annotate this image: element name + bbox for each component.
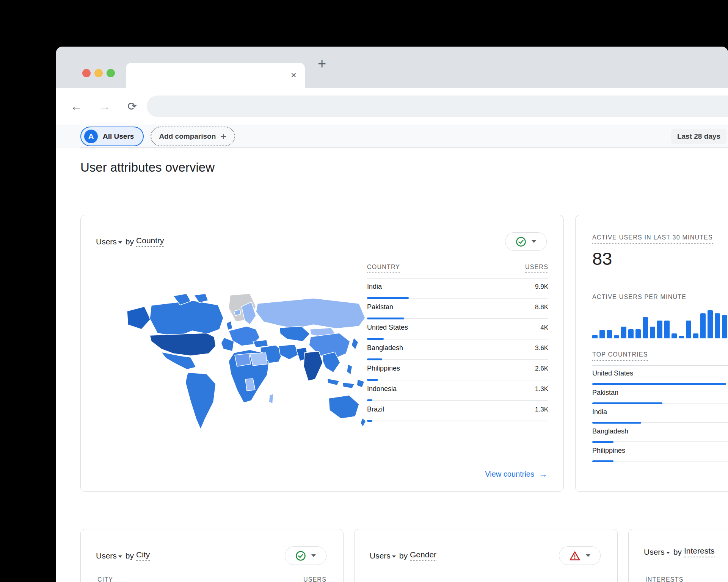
column-header-city[interactable]: CITY (97, 576, 113, 582)
row-label: India (367, 283, 382, 291)
data-quality-dropdown[interactable] (559, 546, 601, 565)
minute-bar (643, 317, 648, 338)
map-indonesia (327, 379, 339, 385)
minute-bar (628, 329, 634, 338)
chevron-down-icon[interactable] (392, 555, 396, 558)
row-label: United States (367, 324, 408, 332)
dimension-label[interactable]: Country (136, 236, 164, 247)
chevron-down-icon[interactable] (118, 555, 122, 558)
minute-bar (607, 330, 612, 338)
view-countries-link[interactable]: View countries → (485, 469, 548, 479)
row-bar (367, 379, 378, 381)
card-title-users-by-country[interactable]: Users by Country (96, 236, 164, 247)
divider (592, 365, 728, 366)
minute-bar (664, 321, 670, 338)
row-label: Pakistan (367, 303, 393, 311)
map-madagascar (269, 394, 273, 404)
card-title-users-by-city[interactable]: Users by City (96, 550, 150, 561)
list-item[interactable]: Pakistan (592, 389, 728, 404)
row-bar (367, 297, 409, 299)
list-item[interactable]: India (592, 408, 728, 424)
metric-label[interactable]: Users (644, 548, 665, 557)
minute-bar (621, 327, 626, 338)
row-bar (367, 358, 382, 360)
row-label: Philippines (592, 447, 625, 455)
minimize-window-button[interactable] (94, 69, 103, 77)
tab-close-icon[interactable]: × (291, 69, 297, 81)
dimension-label[interactable]: Gender (410, 550, 436, 561)
table-row[interactable]: Pakistan8.8K (367, 303, 548, 319)
users-by-interests-card: Users by Interests INTERESTS (628, 529, 728, 582)
metric-label[interactable]: Users (96, 237, 117, 246)
add-comparison-button[interactable]: Add comparison + (151, 127, 235, 146)
table-row[interactable]: Brazil1.3K (367, 405, 548, 422)
row-label: India (592, 408, 607, 416)
back-icon[interactable]: ← (71, 100, 82, 112)
comparison-toolbar: A All Users Add comparison + Last 28 day… (56, 125, 728, 148)
table-row[interactable]: United States4K (367, 324, 548, 340)
by-label: by (126, 551, 134, 560)
column-header-users[interactable]: USERS (303, 576, 326, 582)
table-row[interactable]: India9.9K (367, 283, 548, 299)
reload-icon[interactable]: ⟳ (127, 101, 137, 112)
metric-label[interactable]: Users (96, 551, 117, 560)
column-header-country[interactable]: COUNTRY (367, 264, 400, 273)
card-title-users-by-interests[interactable]: Users by Interests (644, 546, 715, 557)
map-sahel (235, 354, 251, 366)
top-countries-label[interactable]: TOP COUNTRIES (592, 351, 648, 361)
map-japan (351, 338, 358, 350)
map-canada (150, 300, 223, 337)
data-quality-dropdown[interactable] (505, 232, 547, 251)
address-bar[interactable] (147, 95, 728, 117)
row-bar (367, 318, 404, 319)
row-label: Bangladesh (367, 344, 403, 352)
card-title-users-by-gender[interactable]: Users by Gender (370, 550, 436, 561)
chevron-down-icon[interactable] (666, 552, 670, 554)
minute-bar (650, 327, 655, 338)
dimension-label[interactable]: City (136, 550, 150, 561)
by-label: by (673, 548, 682, 557)
minute-bar (592, 335, 598, 338)
minute-bar (635, 329, 641, 338)
chevron-down-icon (586, 554, 590, 557)
new-tab-button[interactable]: + (318, 56, 326, 72)
active-users-30min-label[interactable]: ACTIVE USERS IN LAST 30 MINUTES (592, 234, 713, 244)
chevron-down-icon (532, 240, 536, 243)
date-range-selector[interactable]: Last 28 days (671, 129, 726, 144)
browser-tab[interactable]: × (126, 63, 305, 88)
map-russia (256, 298, 365, 329)
row-value: 9.9K (535, 283, 548, 291)
column-header-interests[interactable]: INTERESTS (645, 576, 684, 582)
chevron-down-icon[interactable] (118, 241, 122, 244)
check-circle-icon (295, 551, 306, 561)
table-row[interactable]: Philippines2.6K (367, 365, 548, 381)
realtime-card: ACTIVE USERS IN LAST 30 MINUTES 83 ACTIV… (575, 215, 728, 492)
column-header-users[interactable]: USERS (525, 264, 548, 273)
list-item[interactable]: Philippines (592, 447, 728, 462)
table-row[interactable]: Indonesia1.3K (367, 385, 548, 401)
close-window-button[interactable] (82, 69, 91, 77)
row-bar (592, 383, 726, 385)
users-by-country-card: Users by Country (80, 215, 564, 492)
users-by-gender-card: Users by Gender (354, 529, 618, 582)
table-row[interactable]: Bangladesh3.6K (367, 344, 548, 360)
active-users-per-minute-chart[interactable] (592, 310, 728, 338)
metric-label[interactable]: Users (370, 551, 391, 560)
map-turkey (253, 340, 268, 347)
list-item[interactable]: Bangladesh (592, 427, 728, 443)
dimension-label[interactable]: Interests (684, 546, 715, 557)
list-item[interactable]: United States (592, 369, 728, 385)
all-users-chip[interactable]: A All Users (80, 127, 144, 146)
active-users-count: 83 (592, 249, 728, 269)
users-by-city-card: Users by City CITY USERS (80, 529, 344, 582)
forward-icon[interactable]: → (99, 100, 111, 112)
world-map-choropleth[interactable] (116, 288, 367, 434)
toolbar-divider (80, 147, 728, 148)
map-india (304, 351, 323, 381)
row-bar (367, 420, 372, 422)
chevron-down-icon (311, 554, 316, 557)
by-label: by (399, 551, 408, 560)
maximize-window-button[interactable] (107, 69, 115, 77)
data-quality-dropdown[interactable] (285, 546, 326, 565)
map-philippines (347, 364, 352, 375)
